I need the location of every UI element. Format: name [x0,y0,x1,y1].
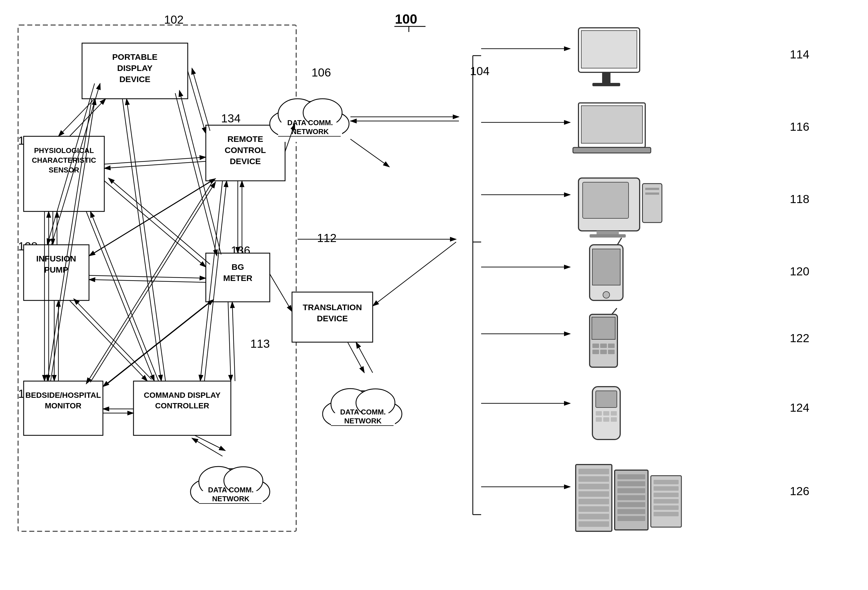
svg-line-85 [52,83,100,245]
svg-rect-167 [592,350,599,354]
svg-rect-67 [199,491,263,508]
svg-rect-198 [654,486,679,491]
svg-text:BEDSIDE/HOSPITAL: BEDSIDE/HOSPITAL [25,391,101,399]
svg-rect-180 [579,469,609,474]
svg-rect-156 [645,188,659,190]
svg-rect-154 [590,234,626,238]
svg-line-127 [348,342,364,373]
svg-line-92 [104,157,206,164]
svg-rect-30 [24,136,104,211]
svg-line-111 [89,279,206,282]
svg-rect-176 [596,417,602,422]
svg-rect-188 [615,470,648,530]
svg-text:DATA COMM.: DATA COMM. [340,408,386,416]
svg-line-98 [86,211,154,381]
svg-point-160 [603,291,610,298]
svg-text:130: 130 [18,134,38,147]
svg-text:NETWORK: NETWORK [344,417,382,425]
svg-rect-173 [596,411,602,416]
svg-line-112 [69,300,148,381]
svg-line-89 [127,99,165,381]
svg-rect-196 [651,476,681,527]
svg-line-82 [188,71,206,133]
svg-line-130 [192,438,223,456]
svg-text:138: 138 [170,387,189,400]
svg-text:110: 110 [370,398,389,411]
svg-text:134: 134 [221,112,241,125]
svg-text:BG: BG [232,262,244,272]
svg-line-96 [104,181,206,267]
svg-rect-76 [331,413,395,430]
svg-point-53 [282,102,338,138]
svg-rect-199 [654,492,679,497]
svg-rect-50 [292,292,373,342]
svg-text:CHARACTERISTIC: CHARACTERISTIC [32,156,96,164]
svg-rect-194 [617,509,645,514]
svg-rect-38 [24,245,89,300]
svg-rect-202 [654,512,679,516]
svg-text:NETWORK: NETWORK [291,127,329,136]
svg-line-119 [106,300,214,384]
svg-text:CONTROL: CONTROL [225,145,266,155]
svg-text:REMOTE: REMOTE [227,135,263,143]
svg-text:DATA COMM.: DATA COMM. [208,486,254,494]
svg-rect-158 [590,245,623,300]
svg-point-54 [270,111,303,136]
svg-line-88 [123,99,161,381]
svg-rect-151 [579,178,640,231]
svg-rect-145 [581,31,637,68]
svg-rect-47 [133,381,231,435]
svg-point-71 [335,391,391,427]
svg-line-93 [104,161,206,168]
svg-text:DEVICE: DEVICE [317,314,348,323]
svg-text:102: 102 [164,13,183,26]
svg-rect-41 [206,253,270,302]
svg-rect-189 [617,474,645,479]
svg-line-107 [204,181,227,381]
svg-rect-157 [645,192,659,195]
svg-line-87 [179,90,221,254]
svg-rect-177 [603,417,609,422]
svg-text:120: 120 [790,265,809,278]
svg-line-80 [58,99,94,136]
svg-text:104: 104 [470,65,490,78]
svg-line-170 [612,308,617,314]
svg-line-126 [373,242,456,306]
svg-text:136: 136 [231,244,250,257]
svg-point-57 [303,99,342,127]
svg-point-65 [199,466,238,497]
svg-rect-166 [608,343,615,348]
svg-line-102 [89,181,211,256]
svg-line-83 [192,68,210,131]
svg-rect-34 [206,125,285,181]
svg-line-81 [69,99,106,136]
svg-line-97 [108,178,210,264]
svg-rect-152 [583,182,629,218]
svg-line-161 [617,238,621,245]
svg-rect-192 [617,495,645,500]
diagram: 100 102 104 106 108 110 112 113 114 116 … [0,0,868,590]
svg-rect-172 [596,391,617,408]
svg-point-56 [278,99,317,129]
svg-rect-182 [579,484,609,489]
svg-rect-159 [592,249,620,285]
svg-rect-144 [579,28,640,72]
svg-text:PUMP: PUMP [44,265,68,274]
svg-text:124: 124 [790,401,809,414]
svg-rect-184 [579,499,609,504]
svg-text:126: 126 [790,485,809,498]
svg-line-109 [90,182,216,382]
svg-line-90 [47,99,92,381]
svg-rect-178 [611,417,617,422]
svg-point-74 [331,389,370,419]
svg-line-99 [90,211,158,381]
svg-point-62 [203,469,259,505]
svg-text:SENSOR: SENSOR [49,166,79,174]
svg-rect-185 [579,506,609,512]
svg-rect-186 [579,514,609,519]
svg-text:MONITOR: MONITOR [45,401,81,410]
svg-text:DISPLAY: DISPLAY [117,64,152,72]
svg-line-103 [93,179,216,254]
svg-text:122: 122 [790,331,809,345]
svg-rect-146 [602,72,610,83]
